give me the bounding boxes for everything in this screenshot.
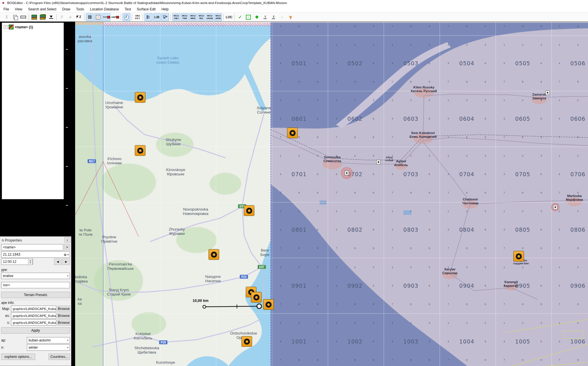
subgrid-digit: 2 [354, 322, 356, 324]
name-expand-button[interactable]: > [64, 244, 70, 250]
toolbar: FiTXTGRPOBJ FiLTLiBMCU OBJMCU TARMCU MES… [0, 13, 588, 22]
menu-view[interactable]: View [15, 7, 22, 11]
grp-toggle-button[interactable]: GRP [111, 13, 119, 21]
author-field[interactable]: nor> [1, 282, 70, 288]
subgrid-digit: 1 [448, 210, 449, 213]
subgrid-digit: 2 [466, 154, 468, 157]
mcu-tar-button[interactable]: MCU TAR [181, 13, 188, 21]
green-up-arrow-button[interactable]: ↑ [278, 13, 286, 21]
grid-cell-number: 1001 [292, 338, 307, 345]
clock-button[interactable] [123, 13, 130, 21]
map-browse-button[interactable]: Browse [57, 306, 70, 312]
grid-cell-number: 0804 [459, 226, 474, 233]
close-icon[interactable]: x [64, 237, 71, 243]
question-mark-button[interactable]: ? [286, 13, 294, 21]
library-toggle-button[interactable]: LiB [153, 13, 161, 21]
menu-file[interactable]: File [3, 7, 9, 11]
calendar-icon[interactable]: ▦ ▾ [64, 253, 69, 256]
atmosphere-options-button[interactable]: osphere options... [1, 354, 35, 360]
subgrid-digit: 9 [317, 25, 318, 28]
unit-marker-icon[interactable] [135, 92, 145, 103]
txt-toggle-button[interactable]: TXT [103, 13, 110, 21]
cursor-z-button[interactable] [75, 13, 83, 21]
tree-item-root[interactable]: + <name> (1) [2, 23, 64, 29]
tree-expander-icon[interactable]: + [4, 25, 8, 29]
season-select[interactable]: winter ▾ [27, 344, 70, 351]
heights-browse-button[interactable]: Browse [57, 319, 70, 326]
subgrid-digit: 4 [336, 117, 337, 120]
scissors-button[interactable] [3, 13, 10, 21]
grid-button[interactable] [86, 13, 94, 21]
poi-marker-icon[interactable] [345, 171, 349, 175]
green-dot-button[interactable] [253, 13, 261, 21]
subgrid-digit: 9 [485, 80, 486, 83]
obj-filter-button[interactable]: OBJ FiLT [133, 13, 141, 21]
subgrid-digit: 8 [298, 25, 300, 28]
countries-button[interactable]: Countries... [49, 354, 70, 360]
time-spinner[interactable]: ▲▼ [28, 259, 33, 265]
unit-marker-icon[interactable] [263, 299, 274, 310]
mcu-mes-button[interactable]: MCU MES [189, 13, 197, 21]
guimap-select[interactable]: kuban-autumn ▾ [27, 337, 70, 343]
mission-name-field[interactable]: <name> [1, 244, 63, 250]
time-field[interactable]: 12:00:12 ▲▼ [1, 259, 33, 265]
subgrid-digit: 8 [577, 25, 578, 28]
date-field[interactable]: 21.12.1943 ▦ ▾ [1, 251, 70, 258]
copy-button[interactable] [11, 13, 19, 21]
ruler-button[interactable] [19, 13, 27, 21]
terrain-button[interactable] [30, 13, 38, 21]
level-2-button[interactable]: 2 [270, 13, 277, 21]
info-button[interactable]: i [94, 13, 102, 21]
menu-help[interactable]: Help [162, 7, 169, 11]
font-button[interactable]: F [58, 13, 66, 21]
menu-location-database[interactable]: Location Database [90, 7, 119, 11]
mcu-sel-button[interactable]: MCU SEL [197, 13, 205, 21]
unit-marker-icon[interactable] [242, 336, 252, 347]
green-checkbox-button[interactable]: ✓ [244, 13, 252, 21]
level-1-button[interactable]: 1 [261, 13, 269, 21]
subgrid-digit: 1 [559, 266, 560, 269]
hierarchy-button[interactable] [144, 13, 152, 21]
unit-marker-icon[interactable] [244, 205, 254, 216]
map-canvas[interactable]: 10,00 km 0 05010502050305040505050606010… [75, 22, 588, 366]
subgrid-digit: 6 [317, 62, 318, 65]
menu-tools[interactable]: Tools [76, 7, 84, 11]
poi-marker-icon[interactable] [546, 91, 550, 95]
mcu-obj-button[interactable]: MCU OBJ [172, 13, 180, 21]
time-prev-button[interactable]: ◄ [54, 259, 62, 265]
unit-marker-icon[interactable] [287, 128, 298, 138]
map-file-field[interactable]: graphics\LANDSCAPE_Kuba [11, 306, 56, 312]
time-next-button[interactable]: ► [62, 259, 70, 265]
terrain-layers-button[interactable] [39, 13, 47, 21]
mission-type-select[interactable]: erative ▾ [1, 273, 70, 279]
loc-button[interactable]: LOC [225, 13, 233, 21]
menu-search-and-select[interactable]: Search and Select [28, 7, 56, 11]
subgrid-digit: 8 [522, 136, 523, 139]
poi-marker-icon[interactable] [376, 160, 381, 164]
down-arrow-button[interactable] [47, 13, 55, 21]
group-list-button[interactable] [161, 13, 169, 21]
unit-marker-icon[interactable] [135, 145, 145, 156]
subgrid-digit: 3 [540, 43, 542, 46]
terrain-presets-button[interactable]: Terrain Presets [1, 292, 70, 298]
stamp-button[interactable] [66, 13, 74, 21]
menu-surface-edit[interactable]: Surface Edit [137, 7, 155, 11]
unit-marker-icon[interactable] [513, 251, 524, 261]
textures-browse-button[interactable]: Browse [57, 313, 70, 319]
subgrid-digit: 6 [373, 284, 374, 287]
unit-marker-icon[interactable] [251, 292, 261, 302]
mcu-unse-button[interactable]: MCU UNSE [206, 13, 214, 21]
subgrid-digit: 9 [373, 25, 374, 28]
mcu-arw-button[interactable]: MCU ARW [214, 13, 222, 21]
menu-draw[interactable]: Draw [62, 7, 70, 11]
menu-test[interactable]: Test [125, 7, 131, 11]
landscape-group-label: ape info: [1, 301, 14, 305]
subgrid-digit: 3 [373, 99, 374, 102]
unit-marker-icon[interactable] [209, 249, 219, 260]
green-check-button[interactable]: ✓ [236, 13, 244, 21]
poi-marker-icon[interactable] [553, 205, 558, 209]
heights-file-field[interactable]: graphics\LANDSCAPE_Kuba [11, 319, 56, 326]
apply-button[interactable]: Apply [1, 327, 70, 334]
scalebar-distance-label: 10,00 km [193, 298, 209, 303]
textures-file-field[interactable]: graphics\LANDSCAPE_Kuba [11, 313, 56, 319]
